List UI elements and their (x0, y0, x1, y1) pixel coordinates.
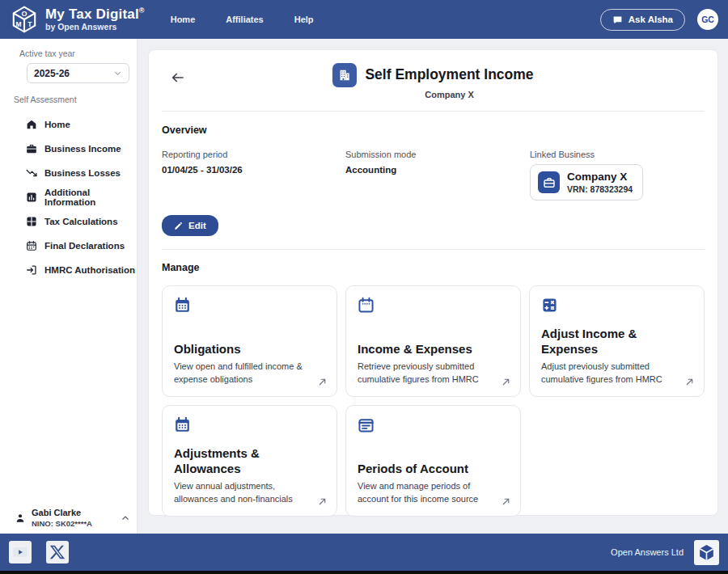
sidebar-item-label: Tax Calculations (44, 217, 118, 226)
tax-year-value: 2025-26 (34, 68, 70, 79)
submission-mode-value: Accounting (345, 165, 530, 175)
manage-card-description: View open and fulfilled income & expense… (174, 361, 325, 386)
ask-aisha-button[interactable]: Ask AIsha (600, 9, 685, 31)
manage-card[interactable]: Obligations View open and fulfilled inco… (162, 285, 337, 397)
brand-title: My Tax Digital® (45, 7, 145, 22)
manage-card[interactable]: Adjustments & Allowances View annual adj… (162, 405, 337, 517)
open-arrow-icon (317, 377, 328, 387)
panel-header: Self Employment Income Company X (162, 50, 705, 112)
svg-text:T: T (28, 20, 32, 28)
chevron-down-icon (113, 69, 122, 78)
topbar-nav-link[interactable]: Home (171, 15, 196, 24)
open-answers-logo-icon[interactable] (694, 540, 719, 565)
brand-subtitle: by Open Answers (45, 22, 145, 32)
grid-icon (26, 216, 37, 227)
main-area: Self Employment Income Company X Overvie… (138, 39, 728, 534)
self-employment-panel: Self Employment Income Company X Overvie… (148, 49, 718, 516)
sidebar-item-label: Additional Information (44, 188, 137, 207)
overview-heading: Overview (162, 125, 705, 136)
sidebar-nav: Home Business Income Business Losses Add… (0, 112, 137, 282)
cube-logo-icon: O M T (10, 4, 39, 35)
sidebar-item[interactable]: Final Declarations (0, 234, 137, 258)
linked-business-label: Linked Business (530, 150, 705, 159)
sidebar-item[interactable]: Tax Calculations (0, 209, 137, 234)
sidebar-item[interactable]: Additional Information (0, 185, 137, 209)
back-arrow-icon (170, 70, 186, 86)
manage-card-title: Adjust Income & Expenses (541, 327, 691, 357)
manage-card[interactable]: Adjust Income & Expenses Adjust previous… (529, 285, 705, 397)
manage-section: Manage Obligations View open and fulfill… (162, 250, 705, 517)
manage-card[interactable]: Periods of Account View and manage perio… (345, 405, 521, 517)
brand-logo[interactable]: O M T My Tax Digital® by Open Answers (10, 4, 145, 35)
sidebar-item[interactable]: Business Losses (0, 161, 137, 185)
window-edge (0, 571, 728, 574)
manage-grid: Obligations View open and fulfilled inco… (162, 285, 705, 517)
calendar-icon (26, 240, 37, 251)
user-nino: NINO: SK02****A (32, 519, 92, 528)
chat-icon (612, 15, 623, 25)
sidebar-user[interactable]: Gabi Clarke NINO: SK02****A (15, 508, 130, 528)
page-subtitle: Company X (194, 90, 705, 99)
manage-card-title: Income & Expenses (358, 342, 507, 357)
chevron-up-icon (121, 513, 130, 523)
calendar-filled-icon (174, 297, 191, 314)
sidebar: Active tax year 2025-26 Self Assessment … (0, 39, 138, 534)
topbar: O M T My Tax Digital® by Open Answers Ho… (0, 0, 728, 39)
sidebar-item[interactable]: HMRC Authorisation (0, 258, 137, 282)
manage-heading: Manage (162, 262, 705, 273)
sidebar-item-label: Business Losses (44, 168, 121, 178)
user-name: Gabi Clarke (32, 508, 92, 519)
calendar-lines-icon (358, 416, 375, 433)
svg-text:M: M (16, 20, 22, 28)
linked-business-card[interactable]: Company X VRN: 878323294 (530, 164, 643, 200)
calculator-icon (541, 297, 558, 314)
manage-card-description: View annual adjustments, allowances and … (174, 480, 325, 505)
topbar-nav-link[interactable]: Help (294, 15, 314, 24)
back-button[interactable] (170, 70, 186, 86)
sidebar-item[interactable]: Home (0, 112, 137, 137)
submission-mode-label: Submission mode (345, 150, 530, 159)
home-icon (26, 119, 37, 130)
overview-section: Overview Reporting period 01/04/25 - 31/… (162, 112, 705, 236)
footer-company: Open Answers Ltd (611, 547, 684, 557)
manage-card-title: Periods of Account (358, 462, 507, 477)
sidebar-item-label: Business Income (44, 144, 121, 154)
sidebar-item[interactable]: Business Income (0, 137, 137, 161)
user-icon (15, 513, 26, 524)
manage-card-title: Adjustments & Allowances (174, 446, 324, 477)
open-arrow-icon (317, 496, 328, 507)
linked-business-vrn: VRN: 878323294 (567, 184, 633, 194)
linked-business-name: Company X (567, 171, 633, 184)
office-building-icon (332, 63, 357, 87)
manage-card-description: View and manage periods of account for t… (358, 480, 509, 505)
calendar-outline-icon (358, 297, 375, 314)
manage-card-description: Retrieve previously submitted cumulative… (358, 361, 509, 386)
calendar-filled-icon (174, 416, 191, 433)
open-arrow-icon (684, 377, 695, 387)
manage-card-description: Adjust previously submitted cumulative f… (541, 361, 692, 386)
x-icon[interactable] (46, 541, 69, 563)
reporting-period-value: 01/04/25 - 31/03/26 (162, 165, 345, 175)
pencil-icon (174, 222, 183, 230)
topbar-nav-link[interactable]: Affiliates (226, 15, 263, 24)
reporting-period-label: Reporting period (162, 150, 345, 159)
briefcase-badge-icon (538, 171, 560, 193)
topbar-nav: Home Affiliates Help (171, 15, 314, 24)
bar-chart-icon (26, 192, 37, 203)
user-avatar[interactable]: GC (697, 9, 718, 30)
edit-button[interactable]: Edit (162, 215, 218, 236)
footer: Open Answers Ltd (0, 534, 728, 571)
trending-down-icon (26, 167, 37, 179)
active-tax-year-label: Active tax year (19, 49, 137, 58)
page-title: Self Employment Income (365, 67, 533, 82)
sidebar-item-label: HMRC Authorisation (44, 265, 135, 275)
tax-year-select[interactable]: 2025-26 (27, 63, 129, 83)
svg-text:O: O (21, 10, 27, 18)
sidebar-item-label: Home (44, 120, 70, 129)
open-arrow-icon (501, 377, 511, 387)
youtube-icon[interactable] (9, 541, 32, 563)
sidebar-item-label: Final Declarations (44, 241, 125, 251)
manage-card[interactable]: Income & Expenses Retrieve previously su… (345, 285, 521, 397)
login-icon (26, 264, 37, 276)
self-assessment-label: Self Assessment (14, 95, 137, 104)
